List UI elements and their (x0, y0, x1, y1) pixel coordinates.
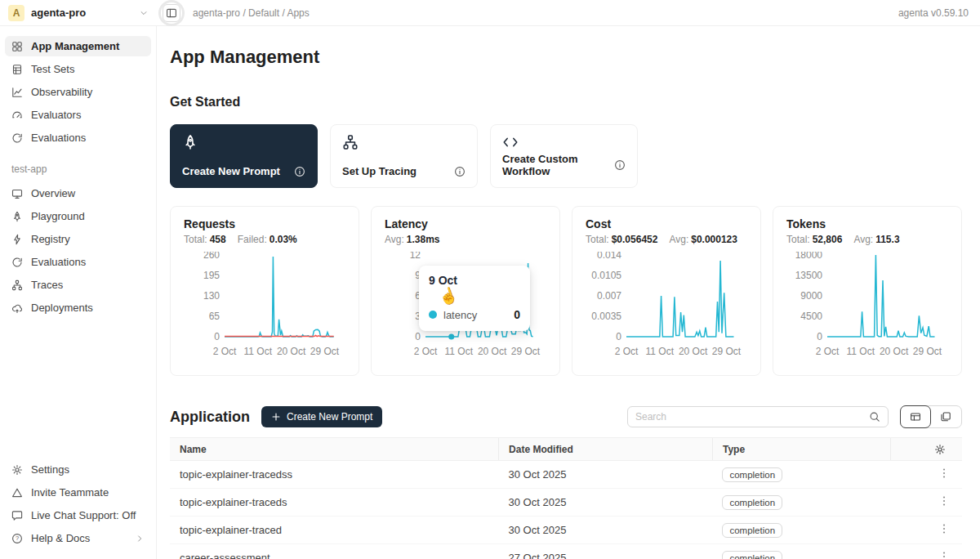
sidebar-item-label: Observability (31, 86, 92, 98)
application-heading: Application (170, 409, 250, 426)
chart-card-latency: LatencyAvg:1.38ms0369122 Oct11 Oct20 Oct… (371, 206, 560, 376)
search-input[interactable] (635, 411, 862, 423)
svg-text:0: 0 (616, 331, 621, 342)
date-modified: 27 Oct 2025 (509, 552, 567, 559)
sidebar-item-label: Evaluations (31, 132, 86, 144)
column-settings-gear-icon[interactable] (934, 444, 946, 455)
svg-text:29 Oct: 29 Oct (712, 346, 742, 357)
sidebar-footer-nav: SettingsInvite TeammateLive Chat Support… (5, 459, 151, 551)
rocket-icon (11, 211, 23, 222)
svg-text:0: 0 (214, 331, 220, 342)
chart-stats: Total:$0.056452Avg:$0.000123 (586, 234, 747, 245)
create-new-prompt-button[interactable]: Create New Prompt (261, 406, 382, 427)
eval-cycle-icon (11, 257, 23, 268)
sidebar-item-observability[interactable]: Observability (5, 82, 151, 102)
table-row[interactable]: career-assessment27 Oct 2025completion (170, 544, 962, 559)
stat-value: 115.3 (875, 234, 899, 245)
sidebar-collapse-button[interactable] (163, 4, 180, 22)
svg-text:2 Oct: 2 Oct (414, 346, 438, 357)
tooltip-series-dot (429, 311, 437, 319)
get-started-card-create-custom-workflow[interactable]: Create Custom Workflow (490, 124, 638, 188)
column-header-name[interactable]: Name (170, 438, 499, 461)
sidebar-item-deployments[interactable]: Deployments (5, 297, 151, 318)
sidebar-item-app-management[interactable]: App Management (5, 36, 151, 56)
row-actions-button[interactable] (936, 495, 952, 509)
chart-plot-requests: 0651301952602 Oct11 Oct20 Oct29 Oct (184, 252, 347, 360)
get-started-heading: Get Started (170, 95, 962, 110)
bolt-icon (11, 234, 23, 245)
svg-text:0: 0 (817, 331, 822, 342)
svg-text:0: 0 (415, 331, 421, 342)
sidebar-item-label: Evaluators (31, 109, 81, 121)
sidebar-item-evaluators[interactable]: Evaluators (5, 105, 151, 125)
row-actions-button[interactable] (936, 467, 952, 481)
stat-label: Avg: (669, 234, 688, 245)
svg-text:29 Oct: 29 Oct (511, 346, 541, 357)
row-actions-button[interactable] (936, 551, 952, 559)
page-title: App Management (170, 46, 962, 69)
workspace-switcher[interactable]: A agenta-pro (0, 0, 157, 25)
metrics-charts: RequestsTotal:458Failed:0.03%06513019526… (170, 206, 962, 376)
main-content: App Management Get Started Create New Pr… (157, 26, 980, 559)
get-started-card-label: Create Custom Workflow (502, 153, 614, 177)
stat-label: Total: (786, 234, 810, 245)
sidebar-item-label: App Management (31, 40, 119, 52)
svg-text:0.007: 0.007 (597, 290, 621, 302)
sidebar-item-test-sets[interactable]: Test Sets (5, 59, 151, 79)
stat-value: 458 (210, 234, 226, 245)
help-icon: ? (11, 533, 23, 544)
sidebar: App ManagementTest SetsObservabilityEval… (0, 26, 157, 559)
sidebar-item-evaluations[interactable]: Evaluations (5, 252, 151, 272)
sidebar-item-label: Invite Teammate (31, 486, 109, 499)
svg-text:11 Oct: 11 Oct (445, 346, 474, 357)
chart-tooltip: 9 Oct☝latency0 (419, 266, 530, 331)
table-row[interactable]: topic-explainer-tracedss30 Oct 2025compl… (170, 461, 962, 489)
svg-text:2 Oct: 2 Oct (213, 346, 237, 357)
breadcrumb[interactable]: agenta-pro / Default / Apps (193, 7, 310, 19)
column-header-type[interactable]: Type (712, 438, 890, 461)
sidebar-collapse-highlight (158, 0, 185, 26)
svg-text:0.0105: 0.0105 (591, 270, 621, 281)
info-icon[interactable] (454, 166, 466, 177)
sidebar-item-label: Test Sets (31, 63, 74, 75)
sidebar-item-label: Live Chat Support: Off (31, 509, 136, 521)
table-row[interactable]: topic-explainer-traceds30 Oct 2025comple… (170, 489, 962, 517)
sidebar-item-overview[interactable]: Overview (5, 183, 151, 203)
chart-title: Requests (184, 217, 345, 230)
row-actions-button[interactable] (936, 523, 952, 537)
get-started-card-set-up-tracing[interactable]: Set Up Tracing (330, 124, 478, 188)
chart-plot-tokens: 04500900013500180002 Oct11 Oct20 Oct29 O… (786, 252, 950, 360)
sidebar-item-help-docs[interactable]: ?Help & Docs (5, 528, 151, 548)
series-success (225, 257, 334, 337)
sidebar-item-registry[interactable]: Registry (5, 229, 151, 249)
svg-text:12: 12 (410, 252, 421, 261)
sidebar-item-playground[interactable]: Playground (5, 206, 151, 226)
info-icon[interactable] (614, 159, 626, 171)
table-header-row: Name Date Modified Type (170, 438, 962, 461)
chart-card-cost: CostTotal:$0.056452Avg:$0.00012300.00350… (572, 206, 761, 376)
get-started-card-create-new-prompt[interactable]: Create New Prompt (170, 124, 318, 188)
triangle-icon (11, 487, 23, 499)
column-header-date-modified[interactable]: Date Modified (499, 438, 713, 461)
column-header-actions (891, 438, 962, 461)
app-name: topic-explainer-traceds (180, 496, 287, 508)
search-icon[interactable] (869, 411, 880, 423)
svg-text:11 Oct: 11 Oct (646, 346, 675, 357)
svg-text:20 Oct: 20 Oct (880, 346, 909, 357)
svg-text:0.0035: 0.0035 (591, 311, 621, 322)
svg-text:130: 130 (203, 290, 220, 302)
view-toggle (900, 405, 962, 428)
sidebar-item-invite-teammate[interactable]: Invite Teammate (5, 482, 151, 503)
chart-title: Latency (385, 217, 546, 230)
info-icon[interactable] (294, 166, 305, 177)
plus-icon (271, 412, 281, 422)
table-row[interactable]: topic-explainer-traced30 Oct 2025complet… (170, 517, 962, 544)
hover-point-marker (448, 334, 454, 340)
sidebar-item-traces[interactable]: Traces (5, 275, 151, 295)
sidebar-item-evaluations[interactable]: Evaluations (5, 127, 151, 148)
application-header: Application Create New Prompt (170, 405, 962, 428)
table-view-button[interactable] (900, 405, 931, 428)
card-view-button[interactable] (930, 406, 961, 427)
sidebar-item-live-chat-support-off[interactable]: Live Chat Support: Off (5, 505, 151, 525)
sidebar-item-settings[interactable]: Settings (5, 459, 151, 480)
